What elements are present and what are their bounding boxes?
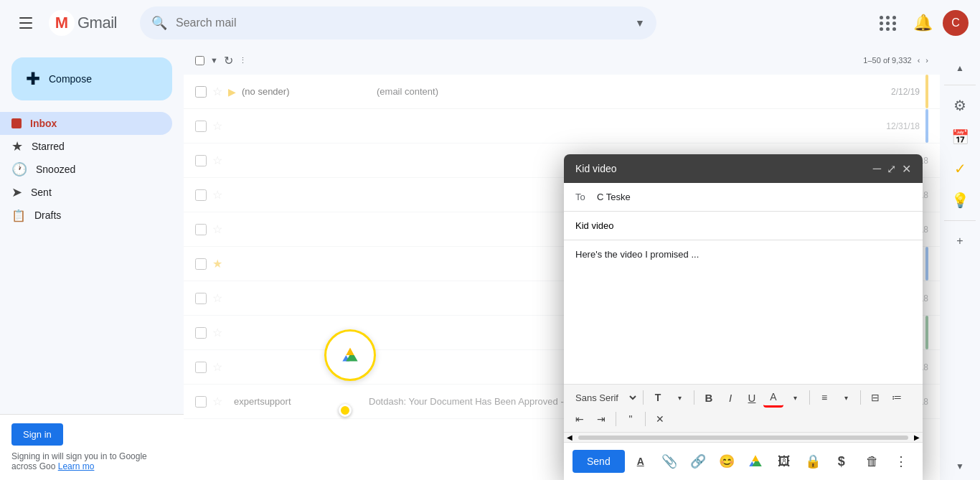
text-format-button[interactable]: A bbox=[628, 448, 654, 474]
bullet-list-button[interactable]: ≔ bbox=[887, 387, 907, 408]
compose-button[interactable]: ✚ Compose bbox=[11, 57, 172, 100]
apps-button[interactable] bbox=[874, 9, 903, 37]
importance-marker: ▶ bbox=[228, 86, 236, 98]
fmt-separator-1 bbox=[643, 390, 644, 405]
text-color-button[interactable]: A bbox=[763, 387, 783, 408]
table-row[interactable]: ☆ ▶ (no sender) (email content) 2/12/19 bbox=[184, 75, 940, 109]
notifications-button[interactable]: 🔔 bbox=[908, 9, 937, 37]
indent-less-button[interactable]: ⇤ bbox=[570, 409, 590, 429]
menu-button[interactable] bbox=[11, 9, 40, 37]
drive-icon bbox=[745, 451, 765, 471]
sidebar-item-starred-label: Starred bbox=[32, 141, 65, 152]
star-button[interactable]: ★ bbox=[212, 257, 222, 270]
sidebar-item-drafts[interactable]: 📋 Drafts bbox=[0, 204, 172, 227]
compose-to-field[interactable]: To C Teske bbox=[564, 183, 923, 212]
compose-close-button[interactable]: ✕ bbox=[902, 162, 911, 176]
attach-button[interactable]: 📎 bbox=[656, 448, 682, 474]
page-indicator: 1–50 of 9,332 bbox=[863, 56, 911, 65]
font-size-dropdown[interactable]: ▾ bbox=[669, 387, 689, 408]
row-checkbox[interactable] bbox=[195, 293, 207, 304]
row-checkbox[interactable] bbox=[195, 258, 207, 270]
star-button[interactable]: ☆ bbox=[212, 188, 222, 202]
italic-button[interactable]: I bbox=[720, 387, 740, 408]
remove-formatting-button[interactable]: ✕ bbox=[650, 409, 670, 429]
tasks-button[interactable]: ✓ bbox=[946, 154, 974, 183]
scroll-right-icon[interactable]: ▶ bbox=[911, 433, 923, 441]
scroll-up-button[interactable]: ▲ bbox=[953, 60, 967, 76]
star-button[interactable]: ☆ bbox=[212, 360, 222, 374]
text-color-dropdown[interactable]: ▾ bbox=[785, 387, 805, 408]
star-button[interactable]: ☆ bbox=[212, 222, 222, 236]
sidebar-item-starred[interactable]: ★ Starred bbox=[0, 135, 172, 158]
keep-button[interactable]: 💡 bbox=[946, 186, 974, 215]
row-checkbox[interactable] bbox=[195, 362, 207, 373]
compose-expand-button[interactable]: ⤢ bbox=[887, 162, 896, 176]
sidebar-item-inbox[interactable]: Inbox bbox=[0, 112, 172, 135]
font-family-select[interactable]: Sans Serif Serif Monospace bbox=[570, 390, 639, 405]
row-checkbox[interactable] bbox=[195, 86, 207, 98]
blockquote-button[interactable]: " bbox=[621, 409, 641, 429]
signin-button[interactable]: Sign in bbox=[11, 423, 63, 446]
send-button[interactable]: Send bbox=[573, 450, 625, 473]
signin-learn-more-link[interactable]: Learn mo bbox=[58, 461, 95, 471]
avatar[interactable]: C bbox=[943, 10, 969, 36]
star-button[interactable]: ☆ bbox=[212, 291, 222, 305]
compose-body-area[interactable]: Here's the video I promised ... bbox=[564, 240, 923, 384]
row-checkbox[interactable] bbox=[195, 189, 207, 201]
photo-button[interactable]: 🖼 bbox=[771, 448, 797, 474]
align-button[interactable]: ≡ bbox=[814, 387, 834, 408]
compose-subject-field[interactable] bbox=[564, 212, 923, 240]
right-panel-separator-2 bbox=[944, 220, 976, 221]
compose-minimize-button[interactable]: ─ bbox=[873, 162, 881, 175]
font-size-button[interactable]: T bbox=[648, 387, 668, 408]
signature-button[interactable]: $ bbox=[829, 448, 854, 474]
compose-dialog: Kid video ─ ⤢ ✕ To C Teske Here's the vi… bbox=[564, 154, 923, 480]
expand-panel-button[interactable]: + bbox=[946, 227, 974, 255]
indent-more-button[interactable]: ⇥ bbox=[591, 409, 611, 429]
confidential-button[interactable]: 🔒 bbox=[800, 448, 826, 474]
row-checkbox[interactable] bbox=[195, 327, 207, 339]
scroll-down-button[interactable]: ▼ bbox=[953, 458, 967, 474]
select-dropdown-icon[interactable]: ▼ bbox=[210, 56, 218, 65]
align-dropdown[interactable]: ▾ bbox=[836, 387, 856, 408]
drive-button[interactable] bbox=[743, 448, 768, 474]
row-checkbox[interactable] bbox=[195, 155, 207, 166]
sidebar-item-sent-label: Sent bbox=[31, 187, 52, 198]
search-bar[interactable]: 🔍 ▼ bbox=[140, 6, 656, 39]
compose-titlebar[interactable]: Kid video ─ ⤢ ✕ bbox=[564, 154, 923, 183]
star-button[interactable]: ☆ bbox=[212, 154, 222, 167]
send-icon: ➤ bbox=[11, 184, 22, 200]
sidebar-item-snoozed[interactable]: 🕐 Snoozed bbox=[0, 158, 172, 181]
row-checkbox[interactable] bbox=[195, 224, 207, 235]
table-row[interactable]: ☆ 12/31/18 bbox=[184, 109, 940, 143]
refresh-icon[interactable]: ↻ bbox=[224, 54, 233, 67]
link-icon: 🔗 bbox=[690, 453, 706, 469]
star-button[interactable]: ☆ bbox=[212, 119, 222, 133]
fmt-separator-4 bbox=[860, 390, 861, 405]
horizontal-scrollbar[interactable]: ◀ ▶ bbox=[564, 433, 923, 443]
emoji-button[interactable]: 😊 bbox=[714, 448, 740, 474]
subject-input[interactable] bbox=[575, 220, 911, 231]
calendar-button[interactable]: 📅 bbox=[946, 123, 974, 151]
more-options-icon[interactable]: ⋮ bbox=[239, 56, 247, 65]
sidebar-item-sent[interactable]: ➤ Sent bbox=[0, 181, 172, 204]
more-vertical-icon: ⋮ bbox=[895, 453, 908, 469]
star-button[interactable]: ☆ bbox=[212, 326, 222, 339]
numbered-list-button[interactable]: ⊟ bbox=[865, 387, 885, 408]
settings-button[interactable]: ⚙ bbox=[946, 91, 974, 120]
link-button[interactable]: 🔗 bbox=[685, 448, 711, 474]
row-checkbox[interactable] bbox=[195, 121, 207, 132]
more-options-button[interactable]: ⋮ bbox=[888, 448, 914, 474]
star-button[interactable]: ☆ bbox=[212, 85, 222, 98]
search-input[interactable] bbox=[176, 17, 626, 29]
page-next-icon[interactable]: › bbox=[925, 56, 928, 65]
select-all-checkbox[interactable] bbox=[195, 56, 204, 65]
bold-button[interactable]: B bbox=[699, 387, 719, 408]
search-expand-icon[interactable]: ▼ bbox=[635, 17, 645, 29]
row-checkbox[interactable] bbox=[195, 396, 207, 408]
page-prev-icon[interactable]: ‹ bbox=[918, 56, 920, 65]
scroll-left-icon[interactable]: ◀ bbox=[564, 433, 575, 441]
delete-draft-button[interactable]: 🗑 bbox=[859, 448, 885, 474]
star-button[interactable]: ☆ bbox=[212, 395, 222, 408]
underline-button[interactable]: U bbox=[742, 387, 762, 408]
